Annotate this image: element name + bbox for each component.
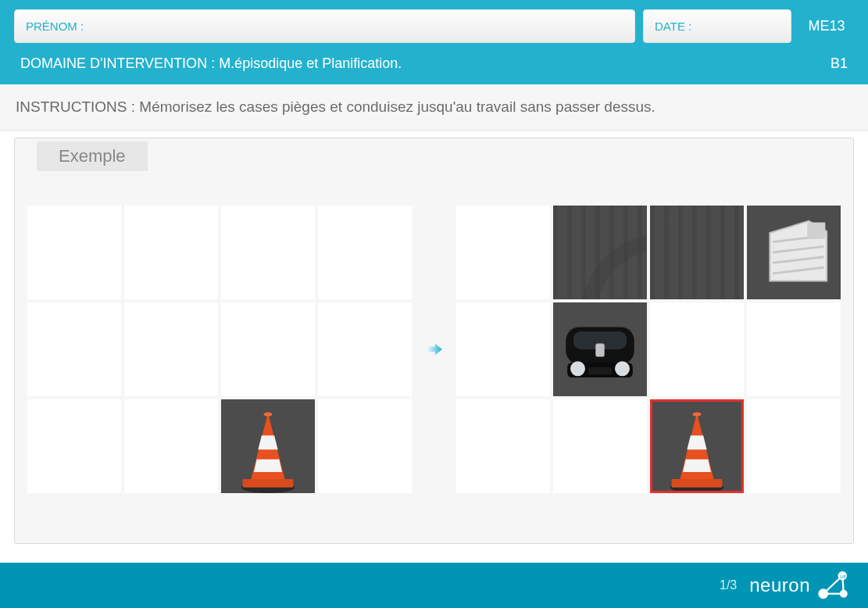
prenom-field[interactable]: PRÉNOM :: [14, 9, 635, 43]
grid-cell: [553, 302, 647, 396]
svg-rect-19: [595, 343, 604, 356]
cone-icon: [221, 399, 315, 493]
road-straight: [650, 206, 744, 299]
brand-logo: neuron UP: [749, 567, 851, 603]
grid-cell: [221, 206, 315, 299]
car-icon: [553, 302, 647, 396]
grid-cell: [221, 399, 315, 493]
svg-marker-3: [258, 435, 277, 449]
grid-cell: [318, 302, 412, 396]
grid-cell: [456, 302, 550, 396]
grid-cell: [27, 302, 121, 396]
grid-cell: [318, 399, 412, 493]
svg-marker-23: [687, 435, 706, 449]
grid-cell: [650, 399, 744, 493]
grid-right: [456, 206, 841, 493]
svg-marker-4: [254, 460, 282, 472]
grid-cell: [747, 302, 841, 396]
grid-cell: [747, 206, 841, 299]
svg-rect-1: [243, 479, 294, 488]
page-indicator: 1/3: [720, 578, 737, 592]
logo-icon: UP: [815, 567, 851, 603]
grid-left: [27, 206, 412, 493]
svg-marker-6: [426, 343, 442, 355]
svg-rect-18: [588, 367, 612, 375]
grid-cell: [318, 206, 412, 299]
header-bottom-row: DOMAINE D'INTERVENTION : M.épisodique et…: [14, 43, 854, 84]
grid-cell: [553, 399, 647, 493]
grid-cell: [124, 206, 218, 299]
svg-point-25: [693, 413, 702, 417]
arrow-icon: [426, 334, 442, 365]
header-top-row: PRÉNOM : DATE : ME13: [14, 9, 854, 43]
svg-rect-12: [807, 223, 825, 239]
level-label: B1: [830, 55, 848, 72]
svg-point-5: [264, 413, 273, 417]
grid-cell: [221, 302, 315, 396]
grid-cell: [456, 399, 550, 493]
building-icon: [747, 206, 841, 299]
grid-cell: [456, 206, 550, 299]
domain-label: DOMAINE D'INTERVENTION : M.épisodique et…: [20, 55, 402, 72]
worksheet-code: ME13: [799, 9, 854, 43]
date-field[interactable]: DATE :: [643, 9, 791, 43]
instructions-bar: INSTRUCTIONS : Mémorisez les cases piège…: [0, 84, 868, 131]
road-curve: [553, 206, 647, 299]
grid-cell: [747, 399, 841, 493]
grid-cell: [27, 399, 121, 493]
cone-icon: [650, 399, 744, 493]
worksheet-header: PRÉNOM : DATE : ME13 DOMAINE D'INTERVENT…: [0, 0, 868, 84]
svg-text:UP: UP: [840, 574, 846, 579]
grid-cell: [650, 302, 744, 396]
svg-point-29: [819, 589, 827, 598]
grids-container: [27, 206, 841, 493]
svg-point-31: [841, 591, 847, 597]
grid-cell: [124, 399, 218, 493]
worksheet-footer: 1/3 neuron UP: [0, 563, 868, 608]
svg-marker-24: [683, 460, 711, 472]
svg-point-17: [615, 361, 630, 376]
brand-text: neuron: [749, 574, 810, 596]
svg-point-16: [570, 361, 585, 376]
svg-rect-21: [672, 479, 723, 488]
example-label: Exemple: [37, 141, 148, 171]
example-panel: Exemple: [14, 138, 854, 544]
grid-cell: [27, 206, 121, 299]
grid-cell: [124, 302, 218, 396]
